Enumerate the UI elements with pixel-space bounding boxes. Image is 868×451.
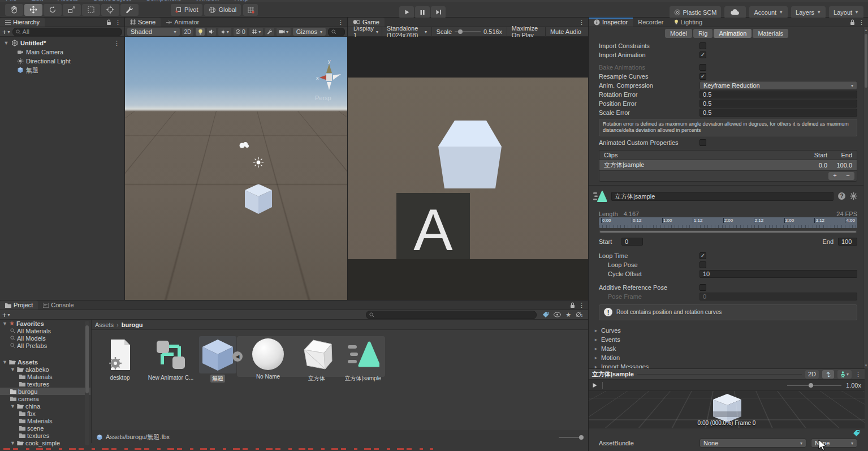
tree-item-cook-simple[interactable]: ▼cook_simple xyxy=(0,439,90,446)
tab-rig[interactable]: Rig xyxy=(693,29,713,38)
persp-label[interactable]: Persp xyxy=(315,95,331,101)
scale-slider[interactable]: Scale 0.516x xyxy=(432,28,507,35)
pause-button[interactable] xyxy=(415,6,430,18)
scene-panel-menu-icon[interactable]: ⋮ xyxy=(338,19,344,25)
gear-icon[interactable] xyxy=(850,192,857,200)
account-dropdown[interactable]: Account▼ xyxy=(749,6,788,18)
scene-tools-button[interactable] xyxy=(265,28,274,36)
gizmos-dropdown[interactable]: Gizmos▾ xyxy=(293,28,326,36)
hidden-count-icon[interactable]: 1 xyxy=(576,312,582,317)
hierarchy-search-input[interactable]: All xyxy=(12,28,122,36)
tree-item-all-models[interactable]: All Models xyxy=(0,334,90,342)
draw-mode-dropdown[interactable]: Shaded▾ xyxy=(127,28,180,36)
lock-icon[interactable] xyxy=(850,19,855,25)
search-by-type-icon[interactable] xyxy=(542,311,549,318)
add-clip-button[interactable]: + xyxy=(828,172,841,180)
loop-time-checkbox[interactable]: ✓ xyxy=(699,252,706,259)
custom-tool-button[interactable] xyxy=(120,4,139,16)
asset-desktop[interactable]: desktop xyxy=(97,338,142,381)
play-button[interactable] xyxy=(399,6,414,18)
tree-item-all-materials[interactable]: All Materials xyxy=(0,327,90,334)
game-viewport[interactable]: A xyxy=(348,37,588,300)
project-create-button[interactable]: +▾ xyxy=(2,311,10,319)
layout-dropdown[interactable]: Layout▼ xyxy=(829,6,863,18)
inspector-menu-icon[interactable]: ⋮ xyxy=(858,19,865,25)
pivot-toggle-button[interactable]: Pivot xyxy=(171,4,202,16)
grid-visibility-dropdown[interactable]: ▾ xyxy=(249,28,263,36)
create-button[interactable]: +▾ xyxy=(2,28,10,36)
clip-end-field[interactable]: 100 xyxy=(838,238,857,246)
tree-scrollbar[interactable] xyxy=(85,321,89,445)
preview-speed-knob[interactable] xyxy=(809,383,813,388)
preview-viewport[interactable]: 0:00 (000.0%) Frame 0 xyxy=(589,391,865,428)
foldout-import-messages[interactable]: ▸Import Messages xyxy=(589,362,865,369)
preview-play-button[interactable] xyxy=(592,383,598,388)
tree-item-all-prefabs[interactable]: All Prefabs xyxy=(0,342,90,349)
tab-materials[interactable]: Materials xyxy=(753,29,788,38)
save-search-star-icon[interactable]: ★ xyxy=(565,311,571,319)
clip-row[interactable]: 立方体|sample 0.0 100.0 xyxy=(599,160,857,170)
sub-assets-expander-button[interactable]: ◀ xyxy=(232,351,243,362)
project-menu-icon[interactable]: ⋮ xyxy=(578,302,585,308)
rotation-error-field[interactable]: 0.5 xyxy=(699,91,857,98)
tree-item-materials-2[interactable]: Materials xyxy=(0,417,90,424)
transform-tool-button[interactable] xyxy=(101,4,119,16)
move-tool-button[interactable] xyxy=(24,4,42,16)
foldout-motion[interactable]: ▸Motion xyxy=(589,353,865,362)
clip-name-field[interactable]: 立方体|sample xyxy=(611,192,834,201)
cloud-services-button[interactable] xyxy=(724,6,746,18)
breadcrumb-assets[interactable]: Assets xyxy=(95,321,114,328)
assetbundle-dropdown[interactable]: None▾ xyxy=(699,439,806,448)
scene-orientation-gizmo[interactable]: x y xyxy=(312,57,347,95)
layers-dropdown[interactable]: Layers▼ xyxy=(791,6,826,18)
foldout-icon[interactable]: ▼ xyxy=(3,40,9,46)
foldout-curves[interactable]: ▸Curves xyxy=(589,326,865,335)
asset-new-animator-controller[interactable]: New Animator C... xyxy=(148,338,193,381)
scene-viewport[interactable]: x y Persp xyxy=(125,37,347,300)
tree-item-scene[interactable]: scene xyxy=(0,424,90,432)
import-constraints-checkbox[interactable] xyxy=(699,42,706,49)
resample-curves-checkbox[interactable]: ✓ xyxy=(699,73,706,80)
foldout-mask[interactable]: ▸Mask xyxy=(589,344,865,353)
preview-avatar-dropdown[interactable]: ▾ xyxy=(837,370,852,379)
scene-cube-object[interactable] xyxy=(244,183,273,214)
foldout-events[interactable]: ▸Events xyxy=(589,335,865,344)
hierarchy-item-main-camera[interactable]: Main Camera xyxy=(0,48,124,57)
tree-item-textures[interactable]: textures xyxy=(0,380,90,388)
grid-snap-button[interactable] xyxy=(243,4,258,16)
anim-compression-dropdown[interactable]: Keyframe Reduction▾ xyxy=(699,81,857,90)
project-search-input[interactable] xyxy=(366,311,537,319)
cycle-offset-field[interactable]: 10 xyxy=(699,270,857,278)
tab-console[interactable]: Console xyxy=(38,300,79,310)
remove-clip-button[interactable]: − xyxy=(841,172,854,180)
scene-lighting-toggle[interactable] xyxy=(196,28,205,36)
tree-item-camera[interactable]: camera xyxy=(0,395,90,402)
tree-item-fbx[interactable]: fbx xyxy=(0,410,90,417)
clip-range-scrollbar[interactable] xyxy=(599,230,857,233)
scale-tool-button[interactable] xyxy=(63,4,81,16)
scene-menu-icon[interactable]: ⋮ xyxy=(114,40,120,46)
import-animation-checkbox[interactable]: ✓ xyxy=(699,51,706,58)
status-bar[interactable] xyxy=(0,447,588,451)
rotate-tool-button[interactable] xyxy=(44,4,62,16)
tab-lighting[interactable]: Lighting xyxy=(669,18,708,27)
tab-project[interactable]: Project xyxy=(0,300,38,310)
preview-pivot-button[interactable] xyxy=(822,370,834,379)
mute-audio-toggle[interactable]: Mute Audio xyxy=(546,28,586,35)
effects-dropdown[interactable]: ▾ xyxy=(218,28,231,36)
scale-slider-track[interactable] xyxy=(455,31,481,32)
hand-tool-button[interactable] xyxy=(5,4,23,16)
tree-item-favorites[interactable]: ▼★Favorites xyxy=(0,320,90,327)
preview-2d-button[interactable]: 2D xyxy=(805,370,819,379)
preview-speed-slider[interactable] xyxy=(787,385,841,386)
asset-rippoutai-sample-clip[interactable]: 立方体|sample xyxy=(340,338,386,383)
hierarchy-scene-row[interactable]: ▼ Untitled* ⋮ xyxy=(0,38,124,48)
help-icon[interactable]: ? xyxy=(838,192,845,200)
scene-search-input[interactable] xyxy=(328,28,345,36)
position-error-field[interactable]: 0.5 xyxy=(699,100,857,108)
tree-item-materials[interactable]: Materials xyxy=(0,373,90,380)
clip-timeline-ruler[interactable]: 0:000:121:00 1:122:002:12 3:003:124:00 xyxy=(599,217,857,228)
tree-item-textures-2[interactable]: textures xyxy=(0,432,90,439)
search-by-label-icon[interactable] xyxy=(554,312,561,317)
hidden-objects-toggle[interactable]: 0 xyxy=(234,28,247,36)
